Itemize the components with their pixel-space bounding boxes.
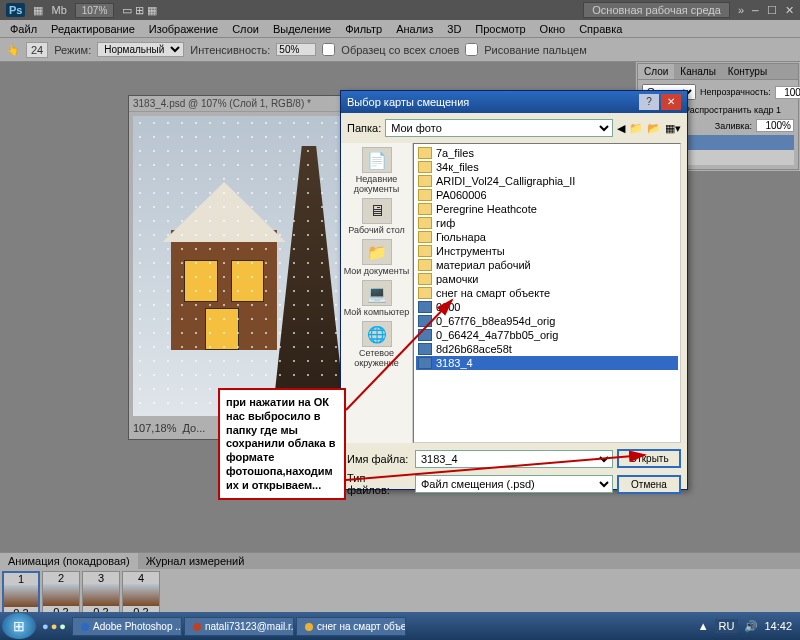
file-item[interactable]: PA060006 bbox=[416, 188, 678, 202]
file-item[interactable]: материал рабочий bbox=[416, 258, 678, 272]
window-min-icon[interactable]: ⎼ bbox=[752, 4, 759, 16]
start-button[interactable]: ⊞ bbox=[2, 613, 36, 639]
intensity-label: Интенсивность: bbox=[190, 44, 270, 56]
workspace-switcher[interactable]: Основная рабочая среда bbox=[583, 2, 730, 18]
system-tray[interactable]: ▲ RU 🔊 14:42 bbox=[698, 619, 798, 633]
menu-Просмотр[interactable]: Просмотр bbox=[469, 21, 531, 37]
file-item[interactable]: Peregrine Heathcote bbox=[416, 202, 678, 216]
taskbar-item[interactable]: снег на смарт объе... bbox=[296, 617, 406, 636]
app-logo: Ps bbox=[6, 3, 25, 17]
lang-indicator[interactable]: RU bbox=[715, 619, 739, 633]
cancel-button[interactable]: Отмена bbox=[617, 475, 681, 494]
mode-label: Режим: bbox=[54, 44, 91, 56]
file-item[interactable]: 8d26b68ace58t bbox=[416, 342, 678, 356]
back-icon[interactable]: ◀ bbox=[617, 122, 625, 135]
dialog-titlebar[interactable]: Выбор карты смещения ? ✕ bbox=[341, 91, 687, 113]
menu-Редактирование[interactable]: Редактирование bbox=[45, 21, 141, 37]
file-item[interactable]: 0000 bbox=[416, 300, 678, 314]
menu-3D[interactable]: 3D bbox=[441, 21, 467, 37]
tool-preset-icon[interactable]: 👆 bbox=[6, 43, 20, 56]
clock: 14:42 bbox=[764, 620, 792, 632]
dialog-help-icon[interactable]: ? bbox=[639, 94, 659, 110]
bridge-icon[interactable]: ▦ bbox=[33, 4, 43, 17]
anim-tab[interactable]: Журнал измерений bbox=[138, 553, 253, 569]
file-item[interactable]: Гюльнара bbox=[416, 230, 678, 244]
status-doc: До... bbox=[182, 422, 205, 434]
anim-tab[interactable]: Анимация (покадровая) bbox=[0, 553, 138, 569]
file-item[interactable]: ARIDI_Vol24_Calligraphia_II bbox=[416, 174, 678, 188]
view-icons[interactable]: ▭ ⊞ ▦ bbox=[122, 4, 157, 17]
window-close-icon[interactable]: ✕ bbox=[785, 4, 794, 17]
menu-Файл[interactable]: Файл bbox=[4, 21, 43, 37]
folder-label: Папка: bbox=[347, 122, 381, 134]
window-max-icon[interactable]: ☐ bbox=[767, 4, 777, 17]
quick-launch[interactable]: ●●● bbox=[38, 620, 70, 632]
taskbar-item[interactable]: natali73123@mail.r... bbox=[184, 617, 294, 636]
animation-panel: Анимация (покадровая)Журнал измерений 10… bbox=[0, 552, 800, 612]
sample-all-checkbox[interactable] bbox=[322, 43, 335, 56]
status-zoom: 107,18% bbox=[133, 422, 176, 434]
file-item[interactable]: 7a_files bbox=[416, 146, 678, 160]
filename-label: Имя файла: bbox=[347, 453, 411, 465]
filetype-label: Тип файлов: bbox=[347, 472, 411, 496]
fill-label: Заливка: bbox=[715, 121, 752, 131]
taskbar: ⊞ ●●● Adobe Photoshop ...natali73123@mai… bbox=[0, 612, 800, 640]
places-item[interactable]: 💻Мой компьютер bbox=[341, 280, 412, 317]
workspace-more[interactable]: » bbox=[738, 4, 744, 16]
menu-Анализ[interactable]: Анализ bbox=[390, 21, 439, 37]
menu-Изображение[interactable]: Изображение bbox=[143, 21, 224, 37]
up-icon[interactable]: 📁 bbox=[629, 122, 643, 135]
places-item[interactable]: 🌐Сетевое окружение bbox=[341, 321, 412, 368]
file-item[interactable]: 0_66424_4a77bb05_orig bbox=[416, 328, 678, 342]
folder-select[interactable]: Мои фото bbox=[385, 119, 613, 137]
menu-Окно[interactable]: Окно bbox=[534, 21, 572, 37]
blend-mode-select[interactable]: Нормальный bbox=[97, 42, 184, 57]
file-item[interactable]: 34к_files bbox=[416, 160, 678, 174]
filename-input[interactable]: 3183_4 bbox=[415, 450, 613, 468]
open-button[interactable]: Открыть bbox=[617, 449, 681, 468]
file-item[interactable]: гиф bbox=[416, 216, 678, 230]
opacity-input[interactable] bbox=[775, 86, 800, 99]
menu-Слои[interactable]: Слои bbox=[226, 21, 265, 37]
file-item[interactable]: рамочки bbox=[416, 272, 678, 286]
panel-tab[interactable]: Слои bbox=[638, 64, 674, 79]
document-title[interactable]: 3183_4.psd @ 107% (Слой 1, RGB/8) * bbox=[129, 96, 349, 112]
menu-Выделение[interactable]: Выделение bbox=[267, 21, 337, 37]
options-bar: 👆 24 Режим: Нормальный Интенсивность: Об… bbox=[0, 38, 800, 62]
menu-Справка[interactable]: Справка bbox=[573, 21, 628, 37]
dialog-title: Выбор карты смещения bbox=[347, 96, 469, 108]
finger-paint-checkbox[interactable] bbox=[465, 43, 478, 56]
finger-paint-label: Рисование пальцем bbox=[484, 44, 587, 56]
menu-Фильтр[interactable]: Фильтр bbox=[339, 21, 388, 37]
filetype-select[interactable]: Файл смещения (.psd) bbox=[415, 475, 613, 493]
file-item[interactable]: снег на смарт объекте bbox=[416, 286, 678, 300]
places-item[interactable]: 📄Недавние документы bbox=[341, 147, 412, 194]
places-item[interactable]: 📁Мои документы bbox=[341, 239, 412, 276]
taskbar-item[interactable]: Adobe Photoshop ... bbox=[72, 617, 182, 636]
file-item[interactable]: 3183_4 bbox=[416, 356, 678, 370]
panel-tab[interactable]: Каналы bbox=[674, 64, 722, 79]
places-item[interactable]: 🖥Рабочий стол bbox=[341, 198, 412, 235]
opacity-label: Непрозрачность: bbox=[700, 87, 771, 97]
annotation-callout: при нажатии на ОК нас выбросило в папку … bbox=[218, 388, 346, 500]
brush-size[interactable]: 24 bbox=[26, 42, 48, 58]
mini-bridge-icon[interactable]: Mb bbox=[51, 4, 66, 16]
canvas[interactable] bbox=[133, 116, 345, 416]
panel-tab[interactable]: Контуры bbox=[722, 64, 773, 79]
dialog-close-icon[interactable]: ✕ bbox=[661, 94, 681, 110]
fill-input[interactable] bbox=[756, 119, 794, 132]
dialog-sidebar: 📄Недавние документы🖥Рабочий стол📁Мои док… bbox=[341, 143, 413, 443]
spread-label: Распространить кадр 1 bbox=[684, 105, 781, 115]
zoom-field[interactable]: 107% bbox=[75, 3, 115, 18]
file-dialog: Выбор карты смещения ? ✕ Папка: Мои фото… bbox=[340, 90, 688, 490]
intensity-input[interactable] bbox=[276, 43, 316, 56]
file-item[interactable]: Инструменты bbox=[416, 244, 678, 258]
main-menu: ФайлРедактированиеИзображениеСлоиВыделен… bbox=[0, 20, 800, 38]
newfolder-icon[interactable]: 📂 bbox=[647, 122, 661, 135]
file-item[interactable]: 0_67f76_b8ea954d_orig bbox=[416, 314, 678, 328]
sample-all-label: Образец со всех слоев bbox=[341, 44, 459, 56]
views-icon[interactable]: ▦▾ bbox=[665, 122, 681, 135]
app-title-bar: Ps ▦ Mb 107% ▭ ⊞ ▦ Основная рабочая сред… bbox=[0, 0, 800, 20]
file-list[interactable]: 7a_files34к_filesARIDI_Vol24_Calligraphi… bbox=[413, 143, 681, 443]
